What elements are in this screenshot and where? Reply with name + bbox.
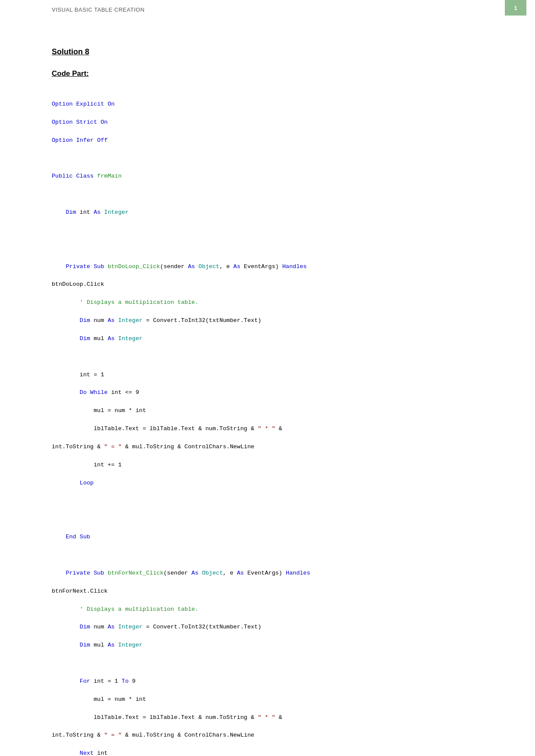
code-line-12: Do While int <= 9	[52, 388, 501, 397]
code-line-13: mul = num * int	[52, 406, 501, 415]
code-line-blank-2	[52, 190, 501, 199]
code-line-19: Private Sub btnForNext_Click(sender As O…	[52, 569, 501, 578]
page-number-box: 1	[505, 0, 526, 16]
code-line-8: ' Displays a multiplication table.	[52, 298, 501, 307]
code-line-blank-1	[52, 154, 501, 163]
code-line-9: Dim num As Integer = Convert.ToInt32(txt…	[52, 316, 501, 325]
code-line-15: int.ToString & " = " & mul.ToString & Co…	[52, 443, 501, 452]
code-line-5: Dim int As Integer	[52, 208, 501, 217]
code-line-7: btnDoLoop.Click	[52, 280, 501, 289]
code-line-28: Next int	[52, 749, 501, 756]
code-line-blank-4	[52, 244, 501, 253]
code-line-18: End Sub	[52, 533, 501, 542]
code-line-10: Dim mul As Integer	[52, 334, 501, 344]
code-line-6: Private Sub btnDoLoop_Click(sender As Ob…	[52, 262, 501, 272]
code-line-11: int = 1	[52, 371, 501, 380]
code-line-4: Public Class frmMain	[52, 172, 501, 181]
code-line-14: lblTable.Text = lblTable.Text & num.ToSt…	[52, 425, 501, 434]
code-block: Option Explicit On Option Strict On Opti…	[52, 91, 501, 756]
code-line-22: Dim num As Integer = Convert.ToInt32(txt…	[52, 623, 501, 632]
code-line-27: int.ToString & " = " & mul.ToString & Co…	[52, 731, 501, 740]
code-line-3: Option Infer Off	[52, 136, 501, 145]
code-line-21: ' Displays a multiplication table.	[52, 605, 501, 614]
code-line-blank-7	[52, 515, 501, 524]
code-line-1: Option Explicit On	[52, 100, 501, 109]
code-part-title: Code Part:	[52, 69, 501, 78]
code-line-blank-3	[52, 226, 501, 235]
header-bar: VISUAL BASIC TABLE CREATION 1	[0, 0, 535, 16]
code-line-blank-8	[52, 551, 501, 560]
main-content: Solution 8 Code Part: Option Explicit On…	[52, 17, 501, 756]
code-line-24: For int = 1 To 9	[52, 677, 501, 686]
code-line-23: Dim mul As Integer	[52, 641, 501, 650]
code-line-blank-5	[52, 353, 501, 362]
code-line-25: mul = num * int	[52, 695, 501, 704]
code-line-17: Loop	[52, 479, 501, 488]
code-line-26: lblTable.Text = lblTable.Text & num.ToSt…	[52, 713, 501, 722]
solution-title: Solution 8	[52, 47, 501, 56]
page-container: VISUAL BASIC TABLE CREATION 1 Solution 8…	[0, 0, 535, 756]
header-title: VISUAL BASIC TABLE CREATION	[52, 3, 144, 13]
code-line-16: int += 1	[52, 461, 501, 470]
code-line-blank-6	[52, 497, 501, 506]
code-line-blank-9	[52, 659, 501, 668]
code-line-2: Option Strict On	[52, 118, 501, 127]
code-line-20: btnForNext.Click	[52, 587, 501, 596]
